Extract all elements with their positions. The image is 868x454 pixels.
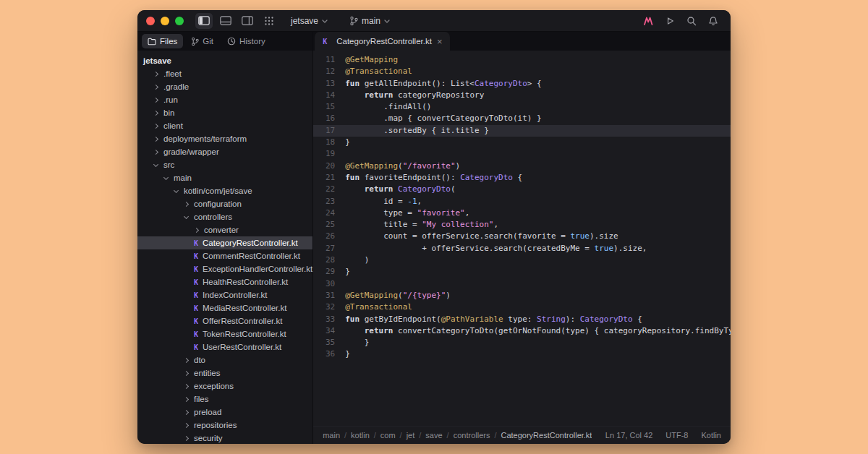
chevron-right-icon[interactable]	[153, 136, 158, 141]
code-line-35[interactable]: 35 }	[313, 337, 731, 348]
chevron-right-icon[interactable]	[184, 201, 189, 206]
run-button[interactable]	[661, 13, 678, 29]
breadcrumb-segment[interactable]: jet	[407, 431, 415, 440]
toggle-right-panel-button[interactable]	[239, 13, 256, 29]
tree-item-configuration[interactable]: configuration	[137, 197, 312, 210]
toggle-bottom-panel-button[interactable]	[217, 13, 234, 29]
breadcrumb-segment[interactable]: main	[323, 431, 340, 440]
tree-item-deployments/terraform[interactable]: deployments/terraform	[137, 132, 312, 145]
code-line-11[interactable]: 11@GetMapping	[313, 54, 731, 66]
tree-item-kotlin/com/jet/save[interactable]: kotlin/com/jet/save	[137, 184, 312, 197]
chevron-right-icon[interactable]	[184, 409, 189, 414]
tree-item-main[interactable]: main	[137, 171, 312, 184]
code-line-24[interactable]: 24 type = "favorite",	[313, 207, 731, 219]
tree-file-IndexController.kt[interactable]: KIndexController.kt	[137, 288, 312, 301]
encoding-indicator[interactable]: UTF-8	[665, 431, 688, 440]
tree-file-CategoryRestController.kt[interactable]: KCategoryRestController.kt	[137, 236, 312, 249]
code-line-23[interactable]: 23 id = -1,	[313, 196, 731, 207]
tree-item-dto[interactable]: dto	[137, 354, 312, 367]
tree-item-repositories[interactable]: repositories	[137, 419, 312, 432]
chevron-right-icon[interactable]	[184, 422, 189, 427]
code-line-29[interactable]: 29}	[313, 266, 731, 278]
close-button[interactable]	[146, 17, 155, 25]
tree-item-controllers[interactable]: controllers	[137, 210, 312, 223]
code-line-20[interactable]: 20@GetMapping("/favorite")	[313, 160, 731, 172]
code-line-22[interactable]: 22 return CategoryDto(	[313, 184, 731, 195]
branch-switcher-button[interactable]: main	[344, 13, 396, 29]
tab-files[interactable]: Files	[142, 34, 183, 48]
code-line-18[interactable]: 18}	[313, 137, 731, 148]
tree-item-converter[interactable]: converter	[137, 223, 312, 236]
caret-position[interactable]: Ln 17, Col 42	[605, 431, 652, 440]
chevron-right-icon[interactable]	[184, 435, 189, 440]
code-line-28[interactable]: 28 )	[313, 254, 731, 266]
tree-item-src[interactable]: src	[137, 158, 312, 171]
editor-tab[interactable]: K CategoryRestController.kt ×	[315, 32, 450, 51]
code-area[interactable]: 11@GetMapping12@Transactional13fun getAl…	[313, 51, 731, 426]
tab-history[interactable]: History	[221, 34, 271, 48]
chevron-right-icon[interactable]	[184, 370, 189, 375]
chevron-right-icon[interactable]	[184, 383, 189, 388]
code-line-19[interactable]: 19	[313, 148, 731, 160]
code-line-25[interactable]: 25 title = "My collection",	[313, 219, 731, 231]
ai-assistant-button[interactable]	[639, 13, 657, 29]
zoom-button[interactable]	[175, 17, 184, 25]
code-line-12[interactable]: 12@Transactional	[313, 66, 731, 77]
code-line-32[interactable]: 32@Transactional	[313, 301, 731, 313]
code-line-31[interactable]: 31@GetMapping("/{type}")	[313, 290, 731, 301]
tab-git[interactable]: Git	[185, 34, 219, 48]
code-line-30[interactable]: 30	[313, 278, 731, 290]
code-line-14[interactable]: 14 return categoryRepository	[313, 90, 731, 101]
code-line-36[interactable]: 36}	[313, 348, 731, 360]
chevron-right-icon[interactable]	[153, 123, 158, 128]
tree-item-files[interactable]: files	[137, 393, 312, 406]
tree-file-UserRestController.kt[interactable]: KUserRestController.kt	[137, 340, 312, 354]
chevron-down-icon[interactable]	[184, 213, 189, 218]
code-line-16[interactable]: 16 .map { convertCategoryToDto(it) }	[313, 113, 731, 124]
tree-file-ExceptionHandlerController.kt[interactable]: KExceptionHandlerController.kt	[137, 262, 312, 275]
search-button[interactable]	[683, 13, 700, 29]
code-line-34[interactable]: 34 return convertCategoryToDto(getOrNotF…	[313, 325, 731, 337]
chevron-right-icon[interactable]	[194, 227, 199, 232]
chevron-right-icon[interactable]	[153, 71, 158, 76]
breadcrumb-segment[interactable]: kotlin	[351, 431, 370, 440]
code-line-15[interactable]: 15 .findAll()	[313, 101, 731, 113]
chevron-right-icon[interactable]	[153, 149, 158, 154]
chevron-right-icon[interactable]	[153, 84, 158, 89]
tree-file-HealthRestController.kt[interactable]: KHealthRestController.kt	[137, 275, 312, 288]
tree-item-.run[interactable]: .run	[137, 93, 312, 106]
tree-item-gradle/wrapper[interactable]: gradle/wrapper	[137, 145, 312, 158]
tree-item-.fleet[interactable]: .fleet	[137, 67, 312, 80]
chevron-down-icon[interactable]	[163, 174, 169, 179]
close-tab-icon[interactable]: ×	[437, 37, 443, 46]
chevron-down-icon[interactable]	[153, 161, 158, 166]
tree-file-CommentRestController.kt[interactable]: KCommentRestController.kt	[137, 249, 312, 262]
tree-item-bin[interactable]: bin	[137, 106, 312, 119]
notifications-button[interactable]	[705, 13, 722, 29]
tree-item-jetsave[interactable]: jetsave	[137, 54, 312, 67]
language-indicator[interactable]: Kotlin	[701, 431, 721, 440]
tree-file-TokenRestController.kt[interactable]: KTokenRestController.kt	[137, 327, 312, 340]
tree-item-exceptions[interactable]: exceptions	[137, 380, 312, 393]
breadcrumb-segment[interactable]: save	[425, 431, 442, 440]
chevron-right-icon[interactable]	[184, 396, 189, 401]
chevron-right-icon[interactable]	[153, 97, 158, 102]
chevron-right-icon[interactable]	[184, 357, 189, 362]
tree-file-MediaRestController.kt[interactable]: KMediaRestController.kt	[137, 301, 312, 314]
project-switcher-button[interactable]: jetsave	[285, 13, 333, 29]
code-line-13[interactable]: 13fun getAllEndpoint(): List<CategoryDto…	[313, 78, 731, 90]
chevron-right-icon[interactable]	[153, 110, 158, 115]
breadcrumb-segment[interactable]: com	[380, 431, 396, 440]
toggle-left-panel-button[interactable]	[195, 13, 213, 29]
tree-file-OfferRestController.kt[interactable]: KOfferRestController.kt	[137, 314, 312, 327]
breadcrumb-segment[interactable]: controllers	[454, 431, 490, 440]
code-line-17[interactable]: 17 .sortedBy { it.title }	[313, 125, 731, 137]
tree-item-security[interactable]: security	[137, 432, 312, 444]
breadcrumb-segment[interactable]: CategoryRestController.kt	[501, 431, 592, 440]
code-line-26[interactable]: 26 count = offerService.search(favorite …	[313, 231, 731, 242]
workspaces-grid-button[interactable]	[260, 13, 278, 29]
tree-item-client[interactable]: client	[137, 119, 312, 132]
code-line-27[interactable]: 27 + offerService.search(createdByMe = t…	[313, 243, 731, 254]
code-line-21[interactable]: 21fun favoriteEndpoint(): CategoryDto {	[313, 172, 731, 184]
tree-item-.gradle[interactable]: .gradle	[137, 80, 312, 93]
